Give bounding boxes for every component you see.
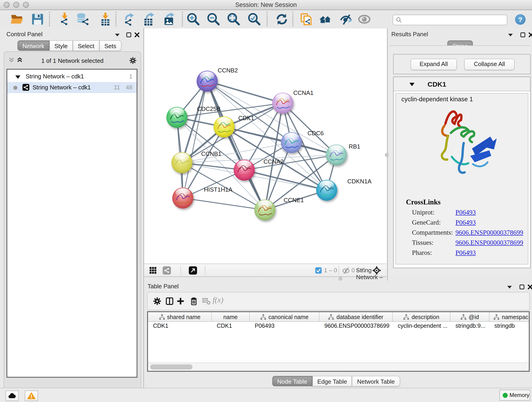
network-node-HIST1H1A[interactable] (172, 187, 193, 209)
hidden-eye-icon[interactable] (342, 266, 350, 274)
network-node-CCNA2[interactable] (234, 160, 255, 181)
table-cell[interactable]: 9606.ENSP00000378699 (319, 322, 393, 331)
network-type-icon[interactable] (163, 266, 171, 274)
zoom-selected-button[interactable] (247, 12, 261, 26)
home-button[interactable] (318, 12, 332, 26)
show-graphics-button[interactable] (357, 12, 371, 26)
gear-icon[interactable] (129, 56, 137, 65)
fit-selection-icon[interactable] (372, 265, 382, 275)
zoom-in-button[interactable] (186, 12, 200, 26)
add-column-icon[interactable] (176, 297, 185, 306)
table-settings-icon[interactable] (152, 297, 162, 306)
column-header-shared-name[interactable]: shared name (148, 312, 212, 322)
column-header-@id[interactable]: @id (450, 312, 489, 322)
refresh-button[interactable] (275, 12, 289, 26)
vertical-divider-handle[interactable] (385, 153, 389, 157)
tab-select[interactable]: Select (73, 40, 99, 51)
crosslink-link[interactable]: P06493 (456, 219, 476, 226)
table-hscrollbar[interactable] (148, 363, 529, 371)
detach-view-icon[interactable] (189, 266, 197, 274)
panel-float-menu-icon[interactable] (506, 284, 513, 290)
panel-close-icon[interactable] (528, 32, 532, 38)
expand-all-button[interactable]: Expand All (411, 59, 457, 70)
column-header-name[interactable]: name (212, 312, 250, 322)
collapse-all-button[interactable]: Collapse All (464, 59, 515, 70)
panel-float-menu-icon[interactable] (507, 32, 514, 38)
import-network-button[interactable] (58, 12, 71, 26)
export-network-button[interactable] (122, 12, 136, 26)
crosslink-label: Pharos: (412, 249, 432, 256)
help-button[interactable]: ? (515, 14, 526, 25)
zoom-out-button[interactable] (207, 12, 220, 26)
node-label-CCNA1: CCNA1 (293, 89, 313, 96)
column-header-database-identifier[interactable]: database identifier (319, 312, 393, 322)
network-edge-CCNB2-HIST1H1A[interactable] (183, 81, 207, 198)
network-node-CCNA1[interactable] (272, 93, 293, 114)
zoom-fit-button[interactable] (227, 12, 241, 26)
column-header-canonical-name[interactable]: canonical name (250, 312, 319, 322)
table-cell[interactable]: P06493 (250, 322, 319, 331)
warning-button[interactable] (25, 390, 38, 401)
export-table-button[interactable] (142, 12, 156, 26)
gene-section-header[interactable]: CDK1 (394, 77, 530, 91)
network-node-CDC6[interactable] (281, 132, 302, 153)
table-cell[interactable]: CDK1 (148, 322, 212, 331)
network-edge-HIST1H1A-CCNE1[interactable] (183, 198, 265, 210)
network-node-CDC25B[interactable] (166, 107, 187, 128)
network-node-CDKN1A[interactable] (316, 180, 337, 201)
column-header-namespac[interactable]: namespac (489, 312, 532, 322)
table-cell[interactable]: CDK1 (212, 322, 250, 331)
selected-nodes-checkbox[interactable] (315, 267, 322, 274)
memory-button[interactable]: Memory (500, 390, 530, 401)
network-canvas[interactable]: CCNB2CCNA1CDC25BCDK1CDC6RB1CCNB1CCNA2CDK… (144, 28, 387, 264)
panel-float-icon[interactable] (520, 32, 526, 38)
import-network-database-button[interactable] (76, 12, 90, 26)
scrollbar-thumb[interactable] (150, 364, 192, 370)
network-node-CDK1[interactable] (214, 116, 234, 138)
panel-float-menu-icon[interactable] (114, 32, 120, 38)
import-table-button[interactable] (99, 12, 112, 26)
enhanced-graphics-button[interactable] (339, 12, 353, 26)
gene-expand-icon[interactable] (409, 82, 415, 87)
tab-network[interactable]: Network (17, 40, 49, 51)
horizontal-divider-handle[interactable] (339, 277, 342, 281)
table-header: shared namenamecanonical namedatabase id… (148, 312, 529, 322)
network-node-CCNE1[interactable] (254, 199, 275, 220)
search-input[interactable] (404, 16, 505, 24)
table-row[interactable]: CDK1CDK1P064939606.ENSP00000378699cyclin… (148, 322, 529, 331)
panel-float-icon[interactable] (126, 32, 132, 38)
table-cell[interactable]: stringdb (489, 322, 532, 331)
toolbar-separator (182, 12, 183, 26)
birds-eye-view-icon[interactable] (149, 266, 157, 274)
network-edge-CCNB2-CCNA1[interactable] (207, 81, 283, 103)
export-image-button[interactable] (162, 12, 176, 26)
open-session-button[interactable] (10, 12, 24, 26)
crosslink-link[interactable]: P06493 (456, 209, 476, 216)
tab-edge-table[interactable]: Edge Table (312, 376, 352, 386)
table-cell[interactable]: stringdb:9... (450, 322, 489, 331)
tab-network-table[interactable]: Network Table (352, 376, 400, 386)
show-column-icon[interactable] (165, 297, 174, 306)
crosslink-link[interactable]: P06493 (456, 249, 476, 257)
panel-float-icon[interactable] (519, 284, 525, 290)
tab-sets[interactable]: Sets (99, 40, 121, 51)
search-box[interactable] (393, 15, 507, 25)
network-row[interactable]: String Network – cdk1 11 48 (7, 82, 137, 93)
tab-style[interactable]: Style (49, 40, 73, 51)
table-cell[interactable]: cyclin-dependent ... (393, 322, 450, 331)
panel-close-icon[interactable] (527, 284, 532, 290)
column-header-description[interactable]: description (393, 312, 450, 322)
delete-column-icon[interactable] (189, 297, 198, 306)
save-session-button[interactable] (31, 12, 44, 26)
tab-node-table[interactable]: Node Table (272, 376, 312, 386)
network-collection-row[interactable]: String Network – cdk1 1 (7, 71, 137, 82)
collection-expand-icon[interactable] (15, 74, 21, 80)
crosslink-link[interactable]: 9606.ENSP00000378699 (456, 229, 523, 236)
copy-style-button[interactable] (299, 12, 313, 26)
panel-close-icon[interactable] (134, 32, 140, 38)
network-node-CCNB1[interactable] (171, 152, 192, 173)
network-node-RB1[interactable] (326, 144, 347, 166)
crosslink-link[interactable]: 9606.ENSP00000378699 (456, 239, 523, 247)
network-node-CCNB2[interactable] (196, 70, 218, 92)
cloud-button[interactable] (6, 390, 19, 401)
